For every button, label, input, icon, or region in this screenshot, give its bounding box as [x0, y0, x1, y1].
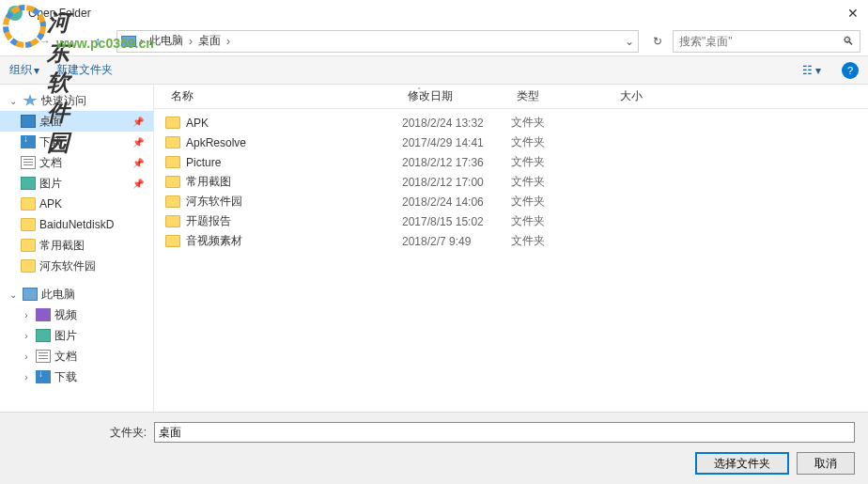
nav-up-button[interactable]: ↑: [86, 30, 109, 53]
pin-icon: 📌: [132, 117, 144, 127]
file-name: 常用截图: [186, 174, 402, 190]
pc-icon: [23, 288, 38, 301]
file-name: 音视频素材: [186, 233, 402, 249]
sidebar-quick-access[interactable]: ⌄快速访问: [0, 90, 153, 111]
sidebar-documents2[interactable]: ›文档: [0, 346, 153, 367]
file-name: 开题报告: [186, 213, 402, 229]
search-box[interactable]: 🔍︎: [673, 30, 860, 53]
organize-button[interactable]: 组织 ▾: [9, 62, 39, 78]
pictures-icon: [36, 329, 51, 342]
breadcrumb-dropdown-icon[interactable]: ⌄: [625, 35, 634, 48]
file-date: 2017/8/15 15:02: [402, 215, 511, 228]
column-type[interactable]: 类型: [511, 88, 614, 104]
search-input[interactable]: [679, 35, 843, 48]
file-date: 2018/2/12 17:00: [402, 176, 511, 189]
column-headers: 名称 修改日期 类型 大小: [154, 85, 868, 109]
sort-indicator-icon: ˄: [417, 86, 422, 96]
pictures-icon: [21, 177, 36, 190]
folder-icon: [165, 136, 180, 148]
download-icon: [21, 135, 36, 148]
refresh-button[interactable]: ↻: [646, 30, 669, 53]
sidebar-this-pc[interactable]: ⌄此电脑: [0, 284, 153, 304]
nav-history-dropdown[interactable]: ⌄: [60, 30, 83, 53]
document-icon: [21, 156, 36, 169]
file-name: ApkResolve: [186, 136, 402, 149]
title-bar: Open Folder ✕: [0, 0, 868, 26]
file-row[interactable]: 河东软件园2018/2/24 14:06文件夹: [165, 192, 868, 211]
file-type: 文件夹: [511, 233, 614, 249]
column-name[interactable]: 名称: [165, 88, 402, 104]
download-icon: [36, 370, 51, 383]
file-type: 文件夹: [511, 213, 614, 229]
folder-icon: [165, 235, 180, 247]
file-name: 河东软件园: [186, 194, 402, 210]
chevron-right-icon: ›: [189, 35, 193, 48]
file-type: 文件夹: [511, 194, 614, 210]
sidebar-hedong[interactable]: 河东软件园: [0, 256, 153, 276]
sidebar-apk[interactable]: APK: [0, 194, 153, 214]
folder-icon: [165, 117, 180, 129]
cancel-button[interactable]: 取消: [797, 452, 855, 475]
chevron-right-icon: ›: [226, 35, 230, 48]
file-date: 2017/4/29 14:41: [402, 136, 511, 149]
desktop-icon: [21, 115, 36, 128]
pin-icon: 📌: [132, 158, 144, 168]
file-area: ˄ 名称 修改日期 类型 大小 APK2018/2/24 13:32文件夹Apk…: [154, 85, 868, 432]
new-folder-button[interactable]: 新建文件夹: [56, 62, 113, 78]
file-type: 文件夹: [511, 134, 614, 150]
close-icon[interactable]: ✕: [847, 6, 859, 21]
toolbar: 组织 ▾ 新建文件夹 ☷ ▾ ?: [0, 56, 868, 85]
pin-icon: 📌: [132, 137, 144, 148]
folder-icon: [165, 195, 180, 208]
pin-icon: 📌: [132, 179, 144, 189]
pc-icon: [121, 36, 136, 47]
dialog-footer: 文件夹: 选择文件夹 取消: [0, 412, 868, 484]
folder-icon: [165, 156, 180, 168]
file-row[interactable]: APK2018/2/24 13:32文件夹: [165, 113, 868, 133]
folder-icon: [21, 197, 36, 211]
file-type: 文件夹: [511, 154, 614, 170]
file-date: 2018/2/24 13:32: [402, 117, 511, 130]
sidebar-desktop[interactable]: 桌面📌: [0, 111, 153, 132]
column-size[interactable]: 大小: [614, 88, 690, 104]
chevron-down-icon: ▾: [34, 64, 39, 77]
file-type: 文件夹: [511, 115, 614, 131]
sidebar-downloads[interactable]: 下载📌: [0, 132, 153, 152]
video-icon: [36, 308, 51, 321]
sidebar-pictures[interactable]: 图片📌: [0, 173, 153, 194]
folder-icon: [165, 215, 180, 227]
breadcrumb-item[interactable]: 此电脑: [147, 33, 185, 49]
nav-bar: ← → ⌄ ↑ › 此电脑 › 桌面 › ⌄ ↻ 🔍︎: [0, 26, 868, 56]
help-button[interactable]: ?: [842, 62, 859, 79]
folder-icon: [21, 239, 36, 252]
chevron-right-icon: ›: [140, 35, 144, 48]
document-icon: [36, 350, 51, 363]
sidebar-documents[interactable]: 文档📌: [0, 152, 153, 173]
breadcrumb-item[interactable]: 桌面: [196, 33, 223, 49]
file-row[interactable]: 音视频素材2018/2/7 9:49文件夹: [165, 231, 868, 251]
nav-forward-button[interactable]: →: [34, 30, 56, 53]
breadcrumb[interactable]: › 此电脑 › 桌面 › ⌄: [116, 30, 639, 53]
folder-input[interactable]: [154, 422, 855, 443]
folder-label: 文件夹:: [13, 425, 154, 441]
folder-icon: [21, 218, 36, 231]
sidebar-downloads2[interactable]: ›下载: [0, 367, 153, 387]
select-folder-button[interactable]: 选择文件夹: [695, 452, 789, 475]
sidebar-tree: ⌄快速访问 桌面📌 下载📌 文档📌 图片📌 APK BaiduNetdiskD …: [0, 85, 154, 432]
file-row[interactable]: 常用截图2018/2/12 17:00文件夹: [165, 172, 868, 192]
sidebar-videos[interactable]: ›视频: [0, 304, 153, 325]
file-row[interactable]: 开题报告2017/8/15 15:02文件夹: [165, 211, 868, 231]
file-name: Picture: [186, 156, 402, 169]
search-icon[interactable]: 🔍︎: [843, 35, 854, 48]
folder-icon: [165, 176, 180, 188]
sidebar-screenshots[interactable]: 常用截图: [0, 235, 153, 256]
file-row[interactable]: Picture2018/2/12 17:36文件夹: [165, 152, 868, 172]
sidebar-baidu[interactable]: BaiduNetdiskD: [0, 214, 153, 235]
file-list: APK2018/2/24 13:32文件夹ApkResolve2017/4/29…: [154, 109, 868, 255]
nav-back-button[interactable]: ←: [8, 30, 30, 53]
file-row[interactable]: ApkResolve2017/4/29 14:41文件夹: [165, 133, 868, 152]
sidebar-pictures2[interactable]: ›图片: [0, 325, 153, 346]
file-date: 2018/2/24 14:06: [402, 195, 511, 209]
star-icon: [23, 94, 38, 107]
view-mode-button[interactable]: ☷ ▾: [798, 64, 825, 77]
